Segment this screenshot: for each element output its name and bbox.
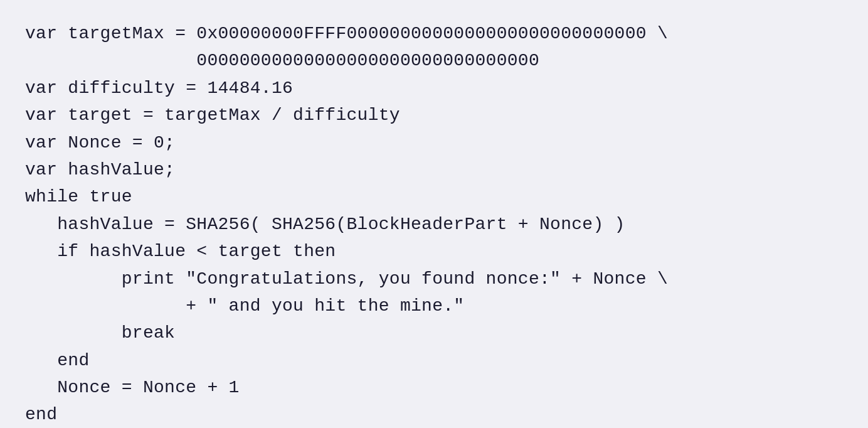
line-2: 00000000000000000000000000000000	[25, 51, 539, 70]
line-12: break	[25, 323, 175, 343]
line-10: print "Congratulations, you found nonce:…	[25, 269, 668, 289]
line-4: var target = targetMax / difficulty	[25, 105, 400, 125]
line-15: end	[25, 405, 57, 424]
line-7: while true	[25, 187, 132, 206]
line-14: Nonce = Nonce + 1	[25, 378, 240, 397]
line-3: var difficulty = 14484.16	[25, 78, 293, 98]
line-8: hashValue = SHA256( SHA256(BlockHeaderPa…	[25, 215, 625, 234]
line-11: + " and you hit the mine."	[25, 296, 464, 316]
line-13: end	[25, 351, 90, 370]
code-block: var targetMax = 0x00000000FFFF0000000000…	[25, 20, 668, 428]
line-1: var targetMax = 0x00000000FFFF0000000000…	[25, 24, 668, 43]
line-9: if hashValue < target then	[25, 242, 336, 261]
line-5: var Nonce = 0;	[25, 133, 175, 152]
line-6: var hashValue;	[25, 160, 175, 179]
code-container: var targetMax = 0x00000000FFFF0000000000…	[0, 0, 868, 428]
